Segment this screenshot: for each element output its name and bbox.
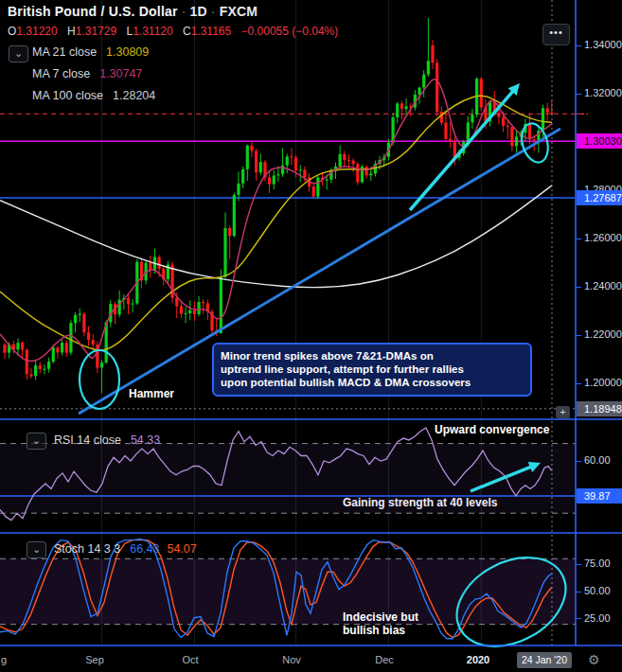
candle-body	[281, 166, 284, 174]
stoch-tick-label: 50.00	[584, 585, 611, 596]
price-badge: 1.18948	[577, 401, 622, 416]
note-line-3: upon potential bullish MACD & DMA crosso…	[221, 376, 524, 389]
candle-body	[404, 106, 407, 109]
candle-body	[400, 103, 403, 109]
rsi-legend-row[interactable]: RSI 14 close54.33	[54, 433, 160, 447]
ma-legend-chevron-button[interactable]: ⌄	[9, 45, 28, 62]
title-separator: ·	[178, 4, 190, 19]
candle-body	[56, 347, 59, 352]
candle-body	[29, 374, 32, 376]
candle-body	[87, 332, 90, 340]
gear-icon[interactable]: ⚙	[588, 652, 600, 667]
candle-body	[188, 310, 191, 313]
candle-body	[480, 79, 483, 107]
candle-body	[228, 228, 231, 236]
candle-body	[16, 343, 19, 349]
symbol-title[interactable]: British Pound / U.S. Dollar·1D·FXCM	[8, 4, 258, 19]
candle-body	[546, 108, 549, 113]
candle-body	[542, 108, 544, 130]
candle-body	[444, 123, 447, 139]
axis-tick-mark	[576, 239, 581, 239]
price-tick-label: 1.34000	[584, 39, 622, 50]
ma100-legend-row[interactable]: MA 100 close1.28204	[32, 89, 155, 102]
candle-body	[467, 122, 470, 141]
more-options-button[interactable]: •••	[542, 24, 570, 45]
ellipsis-icon: •••	[549, 27, 563, 38]
candle-body	[286, 156, 289, 165]
ma7-legend-row[interactable]: MA 7 close1.30747	[32, 67, 142, 80]
stoch-annotation[interactable]: Indecisive but bullish bias	[343, 610, 418, 637]
rsi-legend-chevron-button[interactable]: ⌄	[27, 433, 46, 450]
candle-body	[273, 175, 275, 184]
candle-body	[506, 126, 509, 127]
candle-body	[118, 300, 121, 315]
hammer-label[interactable]: Hammer	[129, 387, 174, 400]
chevron-down-icon: ⌄	[32, 543, 41, 555]
candle-body	[92, 340, 95, 345]
rsi-annotation-bottom[interactable]: Gaining strength at 40 levels	[343, 496, 497, 509]
interval-label[interactable]: 1D	[190, 4, 207, 19]
candle-body	[39, 365, 42, 369]
chevron-down-icon: ⌄	[14, 47, 23, 59]
axis-tick-mark	[576, 592, 581, 592]
axis-tick-mark	[576, 94, 581, 95]
high-value: 1.31729	[76, 25, 116, 38]
analysis-note-box[interactable]: Minor trend spikes above 7&21-DMAs on up…	[212, 343, 532, 397]
candle-body	[294, 157, 297, 170]
candle-body	[339, 154, 342, 167]
candle-body	[149, 263, 151, 270]
candle-body	[276, 174, 279, 175]
candle-body	[52, 347, 55, 362]
change-value: −0.00055 (−0.04%)	[241, 25, 339, 38]
axis-tick-mark	[576, 618, 581, 619]
price-tick-label: 1.26000	[584, 232, 622, 243]
candle-body	[21, 343, 24, 349]
rsi-annotation-top[interactable]: Upward convergence	[435, 423, 549, 436]
candle-body	[369, 173, 372, 175]
stoch-annotation-line2: bullish bias	[343, 624, 418, 637]
time-axis-label: Nov	[282, 654, 301, 665]
candle-body	[255, 150, 258, 172]
stoch-tick-label: 75.00	[584, 557, 611, 569]
exchange-label: FXCM	[220, 4, 258, 19]
note-line-1: Minor trend spikes above 7&21-DMAs on	[221, 349, 524, 363]
price-tick-label: 1.32000	[584, 87, 622, 98]
title-separator: ·	[207, 4, 220, 19]
candle-body	[471, 115, 473, 122]
candle-body	[422, 75, 425, 88]
open-value: 1.31220	[16, 25, 57, 38]
symbol-name[interactable]: British Pound / U.S. Dollar	[8, 4, 178, 19]
candle-body	[396, 103, 399, 117]
candle-body	[537, 131, 540, 141]
note-line-2: uptrend line support, attempt for furthe…	[221, 363, 524, 376]
ma7-value: 1.30747	[99, 67, 142, 80]
candle-body	[175, 298, 178, 306]
rsi-value: 54.33	[131, 433, 160, 447]
candle-body	[132, 304, 134, 305]
candle-body	[303, 169, 306, 177]
stoch-legend-row[interactable]: Stoch 14 3 366.4354.07	[54, 542, 197, 556]
candle-body	[515, 136, 518, 146]
rsi-label: RSI 14 close	[54, 433, 121, 447]
crosshair-plus-button[interactable]: +	[556, 406, 570, 418]
price-tick-label: 1.22000	[584, 328, 622, 340]
candle-body	[47, 362, 50, 369]
candle-body	[220, 277, 222, 333]
price-badge: 1.27687	[577, 190, 622, 205]
price-tick-label: 1.20000	[584, 377, 622, 388]
candle-body	[316, 177, 319, 196]
candle-body	[427, 61, 430, 74]
stoch-legend-chevron-button[interactable]: ⌄	[27, 541, 46, 558]
ma21-legend-row[interactable]: MA 21 close1.30809	[32, 45, 149, 59]
ma21-label: MA 21 close	[32, 45, 97, 59]
ohlc-readout: O1.31220 H1.31729 L1.31120 C1.31165 −0.0…	[8, 25, 338, 38]
candle-body	[502, 117, 505, 126]
candle-body	[528, 124, 531, 139]
candle-body	[497, 113, 500, 117]
axis-tick-mark	[576, 461, 581, 462]
candle-body	[510, 127, 513, 146]
stoch-label: Stoch 14 3 3	[54, 542, 120, 556]
rsi-tick-label: 60.00	[584, 454, 611, 466]
chevron-down-icon: ⌄	[32, 434, 41, 446]
candle-body	[158, 257, 161, 269]
